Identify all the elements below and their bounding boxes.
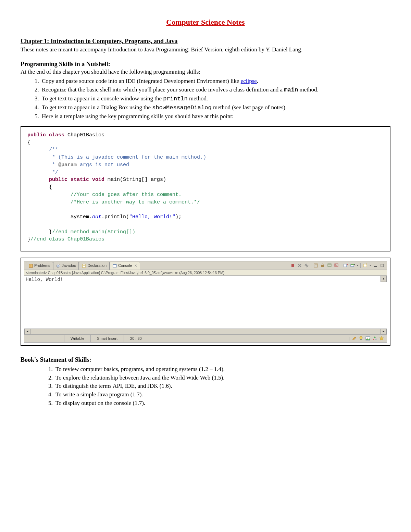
book-skills-list: To review computer basics, programs, and… [21,366,390,408]
svg-text:!: ! [30,264,31,268]
javadoc-tag: @param [58,162,77,168]
list-item: To get text to appear in a Dialog Box us… [40,104,390,112]
tip-icon[interactable] [352,336,357,341]
tab-javadoc[interactable]: @ Javadoc [53,262,79,270]
image-icon[interactable] [365,336,370,341]
remove-all-icon[interactable] [304,263,309,268]
list-item: To get text to appear in a console windo… [40,95,390,103]
text: To get text to appear in a Dialog Box us… [42,104,152,111]
svg-rect-12 [321,265,324,267]
text: { [27,140,30,146]
svg-rect-20 [363,264,367,267]
scroll-up-button[interactable]: ▲ [381,276,387,282]
status-bar: Writable Smart Insert 20 : 30 | [24,335,387,342]
console-output-text: Hello, World! [26,277,63,282]
star-icon[interactable] [379,336,384,341]
status-icons: | [349,336,387,341]
tab-label: Console [118,263,132,268]
declaration-icon [82,264,86,268]
console-window: ! Problems @ Javadoc Declaration Console… [24,261,387,343]
text: Chap01Basics [64,132,104,138]
text: { [27,184,52,190]
keyword: static [71,177,89,183]
close-icon[interactable]: ✕ [134,263,137,268]
list-item: To distinguish the terms API, IDE, and J… [54,382,390,390]
eclipse-link[interactable]: eclipse [241,78,257,84]
text [67,177,71,183]
javadoc: args is not used [77,162,129,168]
javadoc: * [27,162,58,168]
separator [360,263,361,268]
comment: //Your code goes after this comment. [27,192,182,198]
scroll-left-button[interactable]: ◄ [24,329,30,334]
svg-rect-10 [314,264,317,267]
svg-rect-24 [360,339,362,340]
clear-icon[interactable] [313,263,318,268]
console-screenshot: ! Problems @ Javadoc Declaration Console… [21,258,390,346]
text: method (see last page of notes). [212,104,287,111]
remove-icon[interactable] [297,263,302,268]
text: method. [298,86,319,93]
static-field: out [92,214,101,220]
lightbulb-icon[interactable] [359,336,363,341]
recycle-icon[interactable] [372,336,377,341]
terminate-icon[interactable] [290,263,295,268]
tabs-row: ! Problems @ Javadoc Declaration Console… [24,261,387,270]
pin-icon[interactable] [327,263,332,268]
tab-problems[interactable]: ! Problems [26,262,53,270]
comment: //end method main(String[]) [52,229,135,235]
comment: //end class Chap01Basics [30,236,104,242]
separator [311,263,311,268]
text: To get text to appear in a console windo… [42,95,163,102]
tab-label: Problems [34,263,50,268]
text [46,132,49,138]
chevron-down-icon[interactable]: ▾ [357,264,358,268]
scroll-right-button[interactable]: ► [381,329,387,334]
text: .println( [101,214,129,220]
display-icon[interactable] [334,263,339,268]
prog-skills-heading: Programming Skills in a Nutshell: [21,60,390,68]
tab-console[interactable]: Console ✕ [110,262,140,270]
svg-rect-18 [351,264,354,265]
book-skills-heading: Book's Statement of Skills: [21,356,390,364]
scroll-lock-icon[interactable] [320,263,325,268]
text: Recognize that the basic shell into whic… [42,86,284,93]
svg-point-23 [360,336,362,339]
svg-rect-22 [381,264,384,267]
comment: /*Here is another way to make a comment.… [27,199,200,205]
status-position: 20 : 30 [124,335,148,342]
code-sample-box: public class Chap01Basics { /** * (This … [21,126,390,251]
text: main(String[] args) [104,177,166,183]
chevron-down-icon[interactable]: ▾ [370,264,371,268]
text: } [27,236,30,242]
javadoc: */ [27,170,58,175]
page-title: Computer Science Notes [21,17,390,27]
skills-list: Copy and paste source code into an IDE (… [21,77,390,121]
code-inline: main [284,87,298,93]
list-item: Copy and paste source code into an IDE (… [40,77,390,85]
console-output-area[interactable]: Hello, World! ▲ [24,276,387,329]
svg-text:▾: ▾ [354,263,355,265]
keyword: public [27,132,46,138]
new-view-icon[interactable] [363,263,368,268]
intro-text: These notes are meant to accompany Intro… [21,46,390,54]
text [89,177,92,183]
chapter-heading: Chapter 1: Introduction to Computers, Pr… [21,37,390,45]
maximize-icon[interactable] [380,263,385,268]
tab-label: Javadoc [62,263,76,268]
horizontal-scrollbar[interactable]: ◄ ► [24,329,387,335]
list-item: To display output on the console (1.7). [54,399,390,407]
svg-text:@: @ [57,264,60,268]
svg-rect-9 [291,264,294,267]
new-console-icon[interactable]: ▾ [350,263,355,268]
list-item: Recognize that the basic shell into whic… [40,86,390,94]
code-inline: showMessageDialog [152,104,211,111]
minimize-icon[interactable] [373,263,378,268]
text: ); [175,214,182,220]
console-icon [113,264,117,268]
tab-declaration[interactable]: Declaration [79,262,110,270]
keyword: void [92,177,104,183]
status-writable: Writable [64,335,90,342]
open-console-icon[interactable] [343,263,348,268]
terminated-label: <terminated> Chap01Basics [Java Applicat… [24,270,387,276]
